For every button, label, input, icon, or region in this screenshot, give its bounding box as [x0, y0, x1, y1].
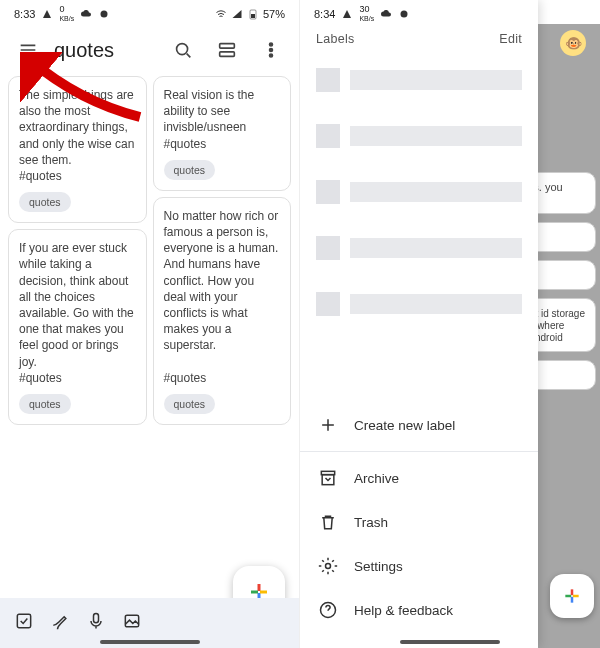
note-card[interactable]: hatsApp resent id storage edia - p to a …: [530, 298, 596, 352]
note-card[interactable]: d for the thers. you have: [530, 172, 596, 214]
plus-multicolor-icon: [562, 586, 582, 606]
status-time: 8:33: [14, 8, 35, 20]
svg-point-6: [270, 43, 273, 46]
battery-icon: [548, 8, 560, 20]
menu-button[interactable]: [10, 32, 46, 68]
note-card[interactable]: If you are ever stuck while taking a dec…: [8, 229, 147, 425]
list-view-icon: [216, 39, 238, 61]
gear-icon: [318, 556, 338, 576]
status-bar: 8:34 30KB/s: [300, 0, 538, 24]
mic-icon: [86, 611, 106, 631]
labels-header: Labels Edit: [300, 24, 538, 52]
new-drawing-button[interactable]: [50, 611, 70, 635]
note-label-chip[interactable]: quotes: [19, 394, 71, 414]
note-text: Real vision is the ability to see invisb…: [164, 87, 281, 152]
new-image-button[interactable]: [122, 611, 142, 635]
menu-label: Create new label: [354, 418, 455, 433]
view-toggle-button[interactable]: [209, 32, 245, 68]
trash-icon: [318, 512, 338, 532]
svg-rect-2: [251, 14, 255, 18]
help-button[interactable]: Help & feedback: [300, 588, 538, 632]
battery-icon: [247, 8, 259, 20]
note-card[interactable]: thing ra...: [530, 360, 596, 390]
more-vert-icon: [260, 39, 282, 61]
status-net: 0KB/s: [59, 5, 74, 23]
status-net: 30KB/s: [359, 5, 374, 23]
pill-icon: [398, 8, 410, 20]
note-label-chip[interactable]: quotes: [164, 394, 216, 414]
note-text: The simple things are also the most extr…: [19, 87, 136, 184]
note-text: If you are ever stuck while taking a dec…: [19, 240, 136, 386]
note-label-chip[interactable]: quotes: [19, 192, 71, 212]
note-label-chip[interactable]: quotes: [164, 160, 216, 180]
status-battery-pct: 57%: [263, 8, 285, 20]
screenshot-label-view: 8:33 0KB/s 57% quotes The: [0, 0, 300, 648]
cloud-icon: [380, 8, 392, 20]
status-time: 8:34: [314, 8, 335, 20]
new-note-fab[interactable]: [550, 574, 594, 618]
note-text: No matter how rich or famous a person is…: [164, 208, 281, 386]
settings-button[interactable]: Settings: [300, 544, 538, 588]
svg-point-17: [326, 564, 331, 569]
divider: [300, 451, 538, 452]
svg-rect-10: [94, 614, 99, 623]
note-card[interactable]: The simple things are also the most extr…: [8, 76, 147, 223]
svg-rect-13: [552, 14, 556, 18]
create-label-button[interactable]: Create new label: [300, 403, 538, 447]
status-battery-pct: 58%: [564, 8, 586, 20]
svg-rect-14: [401, 11, 408, 18]
svg-rect-4: [220, 44, 235, 49]
note-card[interactable]: No matter how rich or famous a person is…: [153, 197, 292, 425]
brush-icon: [50, 611, 70, 631]
menu-label: Trash: [354, 515, 388, 530]
svg-point-7: [270, 49, 273, 52]
svg-point-3: [177, 44, 188, 55]
overflow-button[interactable]: [253, 32, 289, 68]
help-icon: [318, 600, 338, 620]
svg-rect-9: [17, 614, 30, 627]
navigation-drawer: 8:34 30KB/s Labels Edit Create new label: [300, 0, 538, 648]
signal-icon: [231, 8, 243, 20]
trash-button[interactable]: Trash: [300, 500, 538, 544]
archive-button[interactable]: Archive: [300, 456, 538, 500]
edit-labels-button[interactable]: Edit: [499, 32, 522, 46]
svg-point-8: [270, 54, 273, 57]
svg-rect-11: [125, 615, 138, 627]
note-card[interactable]: nk of: [530, 260, 596, 290]
screenshot-drawer-view: 58% 🐵 d for the thers. you have Tilla nk…: [300, 0, 600, 648]
status-bar: 8:33 0KB/s 57%: [0, 0, 299, 24]
notes-grid: The simple things are also the most extr…: [0, 76, 299, 425]
app-bar: quotes: [0, 24, 299, 76]
cloud-icon: [80, 8, 92, 20]
triangle-icon: [341, 8, 353, 20]
new-list-button[interactable]: [14, 611, 34, 635]
search-button[interactable]: [165, 32, 201, 68]
page-title: quotes: [54, 39, 157, 62]
pill-icon: [98, 8, 110, 20]
labels-list-blurred: [300, 52, 538, 332]
gesture-bar: [100, 640, 200, 644]
triangle-icon: [41, 8, 53, 20]
account-avatar[interactable]: 🐵: [560, 30, 586, 56]
labels-title: Labels: [316, 32, 355, 46]
note-card[interactable]: Real vision is the ability to see invisb…: [153, 76, 292, 191]
new-audio-button[interactable]: [86, 611, 106, 635]
image-icon: [122, 611, 142, 631]
hamburger-icon: [17, 39, 39, 61]
menu-label: Help & feedback: [354, 603, 453, 618]
svg-rect-5: [220, 52, 235, 57]
svg-rect-0: [101, 11, 108, 18]
archive-icon: [318, 468, 338, 488]
search-icon: [172, 39, 194, 61]
wifi-icon: [215, 8, 227, 20]
note-card[interactable]: Tilla: [530, 222, 596, 252]
menu-label: Settings: [354, 559, 403, 574]
menu-label: Archive: [354, 471, 399, 486]
plus-icon: [318, 415, 338, 435]
dimmed-background[interactable]: 58% 🐵 d for the thers. you have Tilla nk…: [530, 0, 600, 648]
checkbox-icon: [14, 611, 34, 631]
gesture-bar: [400, 640, 500, 644]
